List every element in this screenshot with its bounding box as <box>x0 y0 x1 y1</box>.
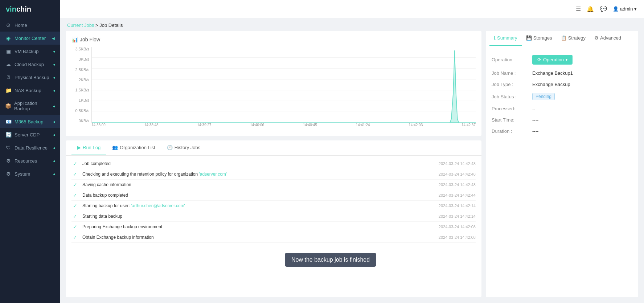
logo: vinchin <box>0 0 60 19</box>
monitor-icon: ◉ <box>5 35 12 41</box>
system-icon: ⚙ <box>5 171 12 177</box>
log-time: 2024-03-24 14:42:48 <box>439 172 476 176</box>
log-time: 2024-03-24 14:42:14 <box>439 204 476 208</box>
field-value: Pending <box>532 93 555 100</box>
sidebar-item-server-cdp[interactable]: 🔄 Server CDP ◂ <box>0 128 60 141</box>
chevron-icon: ◂ <box>53 172 55 176</box>
right-panel: ℹ Summary 💾 Storages 📋 Strategy ⚙ Advanc… <box>486 31 638 297</box>
field-value: Exchange Backup <box>532 82 570 87</box>
log-item: ✓Saving cache information2024-03-24 14:4… <box>71 180 476 190</box>
tab-history-jobs[interactable]: 🕐 History Jobs <box>161 140 206 155</box>
chart-yaxis: 3.5KB/s 3KB/s 2.5KB/s 2KB/s 1.5KB/s 1KB/… <box>71 47 91 123</box>
topbar: ☰ 🔔 💬 👤 admin ▾ <box>60 0 644 18</box>
info-row: Processed:-- <box>492 103 632 114</box>
user-icon: 👤 <box>613 6 619 12</box>
summary-icon: ℹ <box>494 35 496 41</box>
chevron-icon: ◂ <box>53 49 55 53</box>
log-text: Saving cache information <box>82 182 435 187</box>
notification-icon[interactable]: 🔔 <box>587 5 594 12</box>
field-value: -- <box>532 106 536 111</box>
log-link[interactable]: 'adserver.com' <box>199 172 227 177</box>
strategy-icon: 📋 <box>561 35 567 41</box>
run-log-icon: ▶ <box>77 145 81 150</box>
sidebar: vinchin ⊙ Home ◉ Monitor Center ◀ ▣ VM B… <box>0 0 60 303</box>
vm-icon: ▣ <box>5 48 12 54</box>
log-text: Starting data backup <box>82 214 435 219</box>
sidebar-item-label: Monitor Center <box>15 36 46 41</box>
check-icon: ✓ <box>71 182 79 188</box>
physical-icon: 🖥 <box>5 74 12 80</box>
log-item: ✓Job completed2024-03-24 14:42:48 <box>71 159 476 169</box>
chevron-icon: ◂ <box>53 159 55 163</box>
sidebar-item-physical-backup[interactable]: 🖥 Physical Backup ◂ <box>0 71 60 84</box>
sidebar-item-data-resilience[interactable]: 🛡 Data Resilience ◂ <box>0 141 60 154</box>
field-label: Job Status : <box>492 94 528 99</box>
sidebar-item-label: NAS Backup <box>15 88 41 93</box>
chart-area <box>91 47 476 123</box>
field-label: Job Type : <box>492 82 528 87</box>
sidebar-item-label: Cloud Backup <box>15 62 44 67</box>
log-item: ✓Obtain Exchange backup information2024-… <box>71 232 476 243</box>
field-label: Job Name : <box>492 70 528 76</box>
log-text: Data backup completed <box>82 193 435 198</box>
sidebar-item-resources[interactable]: ⚙ Resources ◂ <box>0 154 60 167</box>
right-tabs: ℹ Summary 💾 Storages 📋 Strategy ⚙ Advanc… <box>486 31 638 46</box>
panels: 📊 Job Flow 3.5KB/s 3KB/s 2.5KB/s 2KB/s 1… <box>60 31 644 303</box>
message-icon[interactable]: 💬 <box>600 5 607 12</box>
logo-text: vinchin <box>6 5 31 13</box>
right-tab-strategy[interactable]: 📋 Strategy <box>557 31 590 46</box>
chevron-icon: ◂ <box>53 62 55 66</box>
right-tab-summary[interactable]: ℹ Summary <box>489 31 522 46</box>
check-icon: ✓ <box>71 203 79 209</box>
right-tab-advanced[interactable]: ⚙ Advanced <box>590 31 625 46</box>
m365-icon: 📧 <box>5 119 12 124</box>
resilience-icon: 🛡 <box>5 145 12 151</box>
log-time: 2024-03-24 14:42:14 <box>439 214 476 218</box>
sidebar-item-vm-backup[interactable]: ▣ VM Backup ◂ <box>0 45 60 58</box>
info-row: Duration :---- <box>492 126 632 137</box>
sidebar-item-cloud-backup[interactable]: ☁ Cloud Backup ◂ <box>0 58 60 71</box>
chart-title: 📊 Job Flow <box>71 37 476 42</box>
operation-button[interactable]: ⟳ Operation ▾ <box>532 55 573 65</box>
info-row: Job Name :Exchange Backup1 <box>492 67 632 79</box>
history-icon: 🕐 <box>167 145 173 150</box>
sidebar-item-home[interactable]: ⊙ Home <box>0 19 60 32</box>
log-time: 2024-03-24 14:42:08 <box>439 225 476 229</box>
info-row: Start Time:---- <box>492 114 632 126</box>
tab-org-list[interactable]: 👥 Organization List <box>106 140 161 155</box>
chevron-icon: ◂ <box>53 104 55 108</box>
tab-run-log[interactable]: ▶ Run Log <box>71 140 106 155</box>
check-icon: ✓ <box>71 192 79 198</box>
check-icon: ✓ <box>71 234 79 240</box>
menu-icon[interactable]: ☰ <box>576 5 581 12</box>
cdp-icon: 🔄 <box>5 132 12 138</box>
field-value: ---- <box>532 117 538 123</box>
log-text: Preparing Exchange backup environment <box>82 224 435 229</box>
field-label: Duration : <box>492 128 528 134</box>
sidebar-item-label: Server CDP <box>15 132 40 138</box>
user-menu[interactable]: 👤 admin ▾ <box>613 6 637 12</box>
right-content: Operation ⟳ Operation ▾ Job Name :Exchan… <box>486 46 638 297</box>
main-content: Current Jobs > Job Details 📊 Job Flow 3. <box>60 18 644 303</box>
app-icon: 📦 <box>5 103 11 109</box>
check-icon: ✓ <box>71 161 79 167</box>
chevron-icon: ◂ <box>53 89 55 93</box>
log-link[interactable]: 'arthur.chen@adserver.com' <box>131 203 185 208</box>
log-item: ✓Data backup completed2024-03-24 14:42:4… <box>71 190 476 201</box>
sidebar-item-m365-backup[interactable]: 📧 M365 Backup ◂ <box>0 115 60 128</box>
breadcrumb-parent[interactable]: Current Jobs <box>67 22 94 28</box>
log-time: 2024-03-24 14:42:44 <box>439 193 476 197</box>
right-tab-storages[interactable]: 💾 Storages <box>522 31 557 46</box>
sidebar-item-system[interactable]: ⚙ System ◂ <box>0 167 60 180</box>
operation-label: Operation <box>492 57 528 62</box>
sidebar-item-nas-backup[interactable]: 📁 NAS Backup ◂ <box>0 84 60 97</box>
log-time: 2024-03-24 14:42:08 <box>439 235 476 239</box>
chart-icon: 📊 <box>71 37 78 42</box>
sidebar-item-label: Physical Backup <box>15 75 49 80</box>
info-row: Job Type :Exchange Backup <box>492 79 632 90</box>
org-list-icon: 👥 <box>112 145 118 150</box>
sidebar-item-monitor-center[interactable]: ◉ Monitor Center ◀ <box>0 32 60 45</box>
sidebar-item-application-backup[interactable]: 📦 Application Backup ◂ <box>0 97 60 115</box>
operation-row: Operation ⟳ Operation ▾ <box>492 52 632 67</box>
log-item: ✓Preparing Exchange backup environment20… <box>71 222 476 232</box>
